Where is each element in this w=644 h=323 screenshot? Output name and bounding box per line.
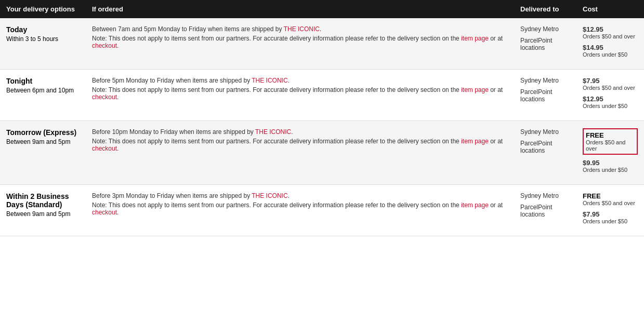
delivery-option-cell: Tomorrow (Express)Between 9am and 5pm	[0, 121, 86, 185]
option-name: Tonight	[6, 77, 80, 85]
cost-description: Orders under $50	[583, 167, 638, 173]
the-iconic-link[interactable]: THE ICONIC	[252, 77, 287, 84]
option-timeframe: Within 3 to 5 hours	[6, 35, 80, 43]
cost-description: Orders under $50	[583, 218, 638, 224]
header-delivered-to: Delivered to	[514, 0, 576, 18]
the-iconic-link[interactable]: THE ICONIC	[252, 192, 287, 199]
cost-block: $7.95Orders $50 and over	[583, 77, 638, 91]
cost-price: $14.95	[583, 44, 638, 51]
if-ordered-cell: Before 10pm Monday to Friday when items …	[86, 121, 514, 185]
cost-price: $9.95	[583, 159, 638, 167]
delivery-options-table: Your delivery options If ordered Deliver…	[0, 0, 644, 236]
cost-cell: $7.95Orders $50 and over$12.95Orders und…	[576, 70, 644, 121]
cost-price: $7.95	[583, 77, 638, 85]
destination: Sydney Metro	[520, 77, 570, 84]
header-options: Your delivery options	[0, 0, 86, 18]
item-page-link[interactable]: item page	[461, 138, 489, 145]
delivered-to-cell: Sydney MetroParcelPoint locations	[514, 70, 576, 121]
option-timeframe: Between 9am and 5pm	[6, 210, 80, 218]
order-note: Note: This does not apply to items sent …	[92, 86, 508, 101]
cost-price: FREE	[586, 131, 635, 139]
cost-block: FREEOrders $50 and over	[583, 192, 638, 206]
cost-price: FREE	[583, 192, 638, 200]
cost-block: $12.95Orders under $50	[583, 95, 638, 109]
option-name: Tomorrow (Express)	[6, 128, 80, 137]
destination: Sydney Metro	[520, 25, 570, 33]
header-cost: Cost	[576, 0, 644, 18]
cost-description: Orders under $50	[583, 103, 638, 109]
cost-cell: $12.95Orders $50 and over$14.95Orders un…	[576, 18, 644, 70]
delivered-to-cell: Sydney MetroParcelPoint locations	[514, 121, 576, 185]
option-timeframe: Between 6pm and 10pm	[6, 87, 80, 94]
cost-price: $12.95	[583, 25, 638, 33]
cost-description: Orders $50 and over	[583, 200, 638, 206]
destination: Sydney Metro	[520, 128, 570, 136]
destination: ParcelPoint locations	[520, 140, 570, 154]
option-name: Within 2 Business Days (Standard)	[6, 192, 80, 209]
delivery-option-cell: Within 2 Business Days (Standard)Between…	[0, 185, 86, 236]
delivered-to-cell: Sydney MetroParcelPoint locations	[514, 185, 576, 236]
cost-block: $9.95Orders under $50	[583, 159, 638, 173]
cost-description: Orders $50 and over	[583, 85, 638, 91]
cost-description: Orders $50 and over	[583, 33, 638, 39]
cost-block: FREEOrders $50 and over	[583, 128, 638, 155]
checkout-link[interactable]: checkout	[92, 145, 117, 152]
order-note: Note: This does not apply to items sent …	[92, 35, 508, 49]
if-ordered-cell: Between 7am and 5pm Monday to Friday whe…	[86, 18, 514, 70]
cost-price: $7.95	[583, 210, 638, 218]
checkout-link[interactable]: checkout	[92, 93, 117, 101]
destination: ParcelPoint locations	[520, 88, 570, 103]
cost-price: $12.95	[583, 95, 638, 103]
delivery-option-cell: TonightBetween 6pm and 10pm	[0, 70, 86, 121]
table-row: TonightBetween 6pm and 10pmBefore 5pm Mo…	[0, 70, 644, 121]
checkout-link[interactable]: checkout	[92, 209, 117, 216]
the-iconic-link[interactable]: THE ICONIC	[255, 128, 291, 136]
if-ordered-cell: Before 3pm Monday to Friday when items a…	[86, 185, 514, 236]
cost-description: Orders under $50	[583, 51, 638, 58]
cost-block: $14.95Orders under $50	[583, 44, 638, 58]
the-iconic-link[interactable]: THE ICONIC	[284, 25, 320, 33]
if-ordered-cell: Before 5pm Monday to Friday when items a…	[86, 70, 514, 121]
item-page-link[interactable]: item page	[461, 201, 489, 209]
cost-cell: FREEOrders $50 and over$9.95Orders under…	[576, 121, 644, 185]
cost-block: $12.95Orders $50 and over	[583, 25, 638, 39]
destination: Sydney Metro	[520, 192, 570, 199]
highlighted-cost: FREEOrders $50 and over	[583, 128, 638, 155]
item-page-link[interactable]: item page	[461, 86, 489, 93]
order-note: Note: This does not apply to items sent …	[92, 201, 508, 216]
cost-cell: FREEOrders $50 and over$7.95Orders under…	[576, 185, 644, 236]
destination: ParcelPoint locations	[520, 204, 570, 218]
header-if-ordered: If ordered	[86, 0, 514, 18]
delivery-option-cell: TodayWithin 3 to 5 hours	[0, 18, 86, 70]
table-row: Tomorrow (Express)Between 9am and 5pmBef…	[0, 121, 644, 185]
item-page-link[interactable]: item page	[461, 35, 489, 42]
cost-description: Orders $50 and over	[586, 139, 635, 152]
table-row: TodayWithin 3 to 5 hoursBetween 7am and …	[0, 18, 644, 70]
destination: ParcelPoint locations	[520, 37, 570, 51]
table-row: Within 2 Business Days (Standard)Between…	[0, 185, 644, 236]
cost-block: $7.95Orders under $50	[583, 210, 638, 224]
delivered-to-cell: Sydney MetroParcelPoint locations	[514, 18, 576, 70]
option-name: Today	[6, 25, 80, 34]
order-note: Note: This does not apply to items sent …	[92, 138, 508, 152]
checkout-link[interactable]: checkout	[92, 42, 117, 49]
option-timeframe: Between 9am and 5pm	[6, 138, 80, 145]
